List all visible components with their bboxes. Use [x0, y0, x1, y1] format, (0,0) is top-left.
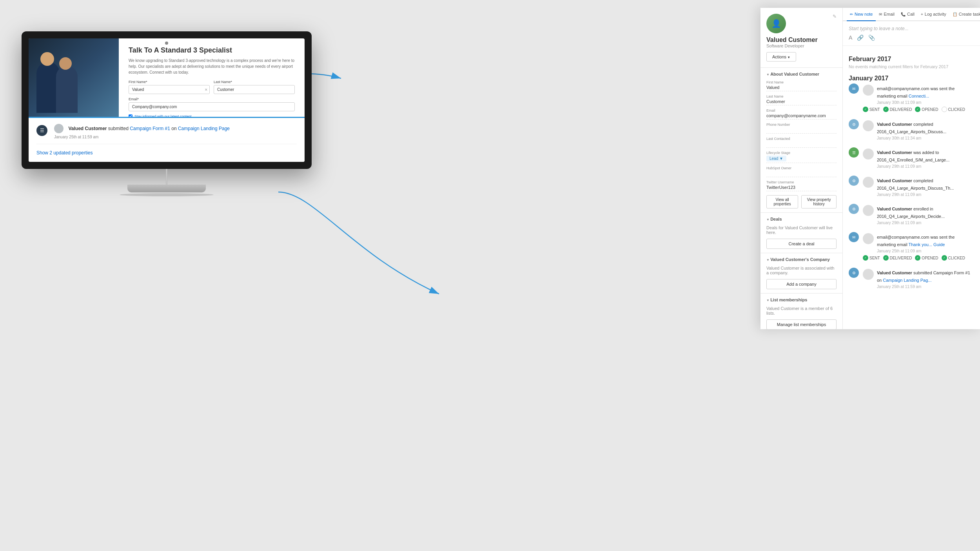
list-memberships-section: List memberships Valued Customer is a me…	[760, 294, 842, 329]
edit-contact-icon[interactable]: ✎	[833, 14, 837, 19]
person-1-head	[40, 52, 54, 66]
activity-icon: ☰	[36, 125, 47, 136]
view-all-properties-button[interactable]: View all properties	[766, 195, 798, 208]
activity-section: ☰ Valued Customer submitted Campaign For…	[29, 117, 305, 162]
field-last-name-value: Customer	[766, 99, 837, 105]
feed-timeline-5: ⚙	[849, 204, 859, 225]
feed-item-text-wrapper-5: Valued Customer enrolled in 2016_Q4_Larg…	[877, 205, 974, 225]
about-section-buttons: View all properties View property histor…	[766, 195, 837, 208]
link-icon[interactable]: 🔗	[857, 34, 864, 41]
tab-email-label: Email	[884, 12, 895, 16]
feed-item-row-2: Valued Customer completed 2016_Q4_Large_…	[863, 120, 974, 140]
tab-create-task-label: Create task	[959, 12, 980, 16]
feed-item-row-4: Valued Customer completed 2016_Q4_Large_…	[863, 177, 974, 197]
crm-tabs: ✏ New note ✉ Email 📞 Call + Log activity…	[843, 8, 980, 21]
monitor-screen: Talk To A Standard 3 Specialist We know …	[22, 31, 312, 169]
month-february-2017: February 2017	[849, 56, 974, 63]
text-format-icon[interactable]: A	[849, 34, 852, 41]
badge-label-opened-6: OPENED	[922, 256, 938, 260]
field-phone: Phone Number	[766, 123, 837, 134]
field-last-name-label: Last Name	[766, 94, 837, 98]
tab-new-note[interactable]: ✏ New note	[847, 8, 876, 21]
feed-timeline-1: ✉	[849, 83, 859, 112]
about-section-title[interactable]: About Valued Customer	[766, 72, 837, 76]
feed-time-5: January 29th at 11:09 am	[877, 221, 974, 225]
feed-item-text-wrapper-7: Valued Customer submitted Campaign Form …	[877, 269, 974, 289]
feed-item-email-2: ✉ email@companyname.com was sent the mar…	[849, 232, 974, 261]
tab-log-activity[interactable]: + Log activity	[918, 8, 949, 21]
badge-label-clicked-1: CLICKED	[948, 107, 965, 112]
feed-link-7[interactable]: Campaign Landing Pag...	[883, 278, 931, 283]
landing-page: Talk To A Standard 3 Specialist We know …	[29, 38, 305, 162]
show-more-link[interactable]: Show 2 updated properties	[36, 150, 93, 156]
badge-label-clicked-6: CLICKED	[948, 256, 965, 260]
activity-page-link[interactable]: Campaign Landing Page	[178, 126, 230, 131]
note-placeholder[interactable]: Start typing to leave a note...	[849, 26, 974, 31]
company-section: Valued Customer's Company Valued Custome…	[760, 253, 842, 294]
badge-dot-opened-6: ✓	[915, 255, 920, 261]
landing-hero: Talk To A Standard 3 Specialist We know …	[29, 38, 305, 117]
create-task-icon: 📋	[953, 12, 957, 16]
deals-section: Deals Deals for Valued Customer will liv…	[760, 213, 842, 253]
contact-avatar-image: 👤	[766, 14, 786, 33]
feed-dot-email-1: ✉	[849, 83, 859, 94]
landing-page-title: Talk To A Standard 3 Specialist	[129, 46, 295, 54]
feed-item-row-6: email@companyname.com was sent the marke…	[863, 233, 974, 253]
deals-section-title[interactable]: Deals	[766, 217, 837, 221]
tab-call[interactable]: 📞 Call	[898, 8, 918, 21]
feed-item-workflow-1: ☰ Valued Customer was added to 2016_Q4_E…	[849, 147, 974, 169]
attachment-icon[interactable]: 📎	[868, 34, 875, 41]
feed-avatar-1	[863, 85, 874, 96]
tab-call-label: Call	[907, 12, 915, 16]
landing-hero-image	[29, 38, 119, 117]
first-name-input-wrapper: ✕	[129, 85, 210, 94]
activity-form-link[interactable]: Campaign Form #1	[130, 126, 170, 131]
company-section-title[interactable]: Valued Customer's Company	[766, 257, 837, 262]
field-phone-value	[766, 127, 837, 134]
crm-left-sidebar: 👤 ✎ Valued Customer Software Developer A…	[760, 8, 843, 329]
view-property-history-button[interactable]: View property history	[801, 195, 837, 208]
create-deal-button[interactable]: Create a deal	[766, 239, 837, 249]
field-twitter-label: Twitter Username	[766, 180, 837, 184]
feed-item-content-7: Valued Customer submitted Campaign Form …	[863, 268, 974, 289]
field-hubspot-owner: HubSpot Owner	[766, 166, 837, 177]
feed-badges-1: ✓ SENT ✓ DELIVERED ✓ OPENED	[863, 107, 974, 112]
feed-link-6[interactable]: Thank you... Guide	[909, 242, 945, 247]
field-email-label: Email	[766, 109, 837, 112]
feed-item-content-1: email@companyname.com was sent the marke…	[863, 83, 974, 112]
feed-link-1[interactable]: Connecti...	[909, 94, 929, 98]
feed-time-1: January 30th at 11:09 am	[877, 100, 974, 105]
activity-time: January 25th at 11:59 am	[54, 135, 297, 139]
stand-base	[127, 185, 206, 192]
manage-list-button[interactable]: Manage list memberships	[766, 319, 837, 329]
add-company-button[interactable]: Add a company	[766, 279, 837, 289]
feed-item-enrolled-1: ⚙ Valued Customer enrolled in 2016_Q4_La…	[849, 204, 974, 225]
feed-timeline-4: ⚙	[849, 176, 859, 197]
feed-timeline-6: ✉	[849, 232, 859, 261]
field-first-name: First Name Valued	[766, 80, 837, 91]
feed-avatar-3	[863, 149, 874, 160]
last-name-input[interactable]	[214, 85, 295, 94]
field-email-value: company@companyname.com	[766, 113, 837, 120]
lifecycle-badge: Lead ▼	[766, 156, 786, 161]
activity-person-name: Valued Customer	[68, 126, 107, 131]
feed-item-text-wrapper-3: Valued Customer was added to 2016_Q4_Enr…	[877, 149, 974, 169]
tab-create-task[interactable]: 📋 Create task	[949, 8, 980, 21]
actions-button[interactable]: Actions	[766, 52, 796, 62]
feed-item-row-5: Valued Customer enrolled in 2016_Q4_Larg…	[863, 205, 974, 225]
activity-content: Valued Customer submitted Campaign Form …	[54, 124, 297, 139]
last-name-label: Last Name*	[214, 80, 295, 84]
first-name-clear-icon[interactable]: ✕	[205, 88, 208, 92]
feed-time-6: January 25th at 11:09 am	[877, 249, 974, 253]
field-first-name-value: Valued	[766, 85, 837, 91]
deals-empty-text: Deals for Valued Customer will live here…	[766, 225, 837, 235]
first-name-input[interactable]	[129, 85, 210, 94]
badge-delivered-1: ✓ DELIVERED	[883, 107, 912, 112]
field-hubspot-owner-value	[766, 171, 837, 177]
feed-dot-completed-2: ⚙	[849, 176, 859, 186]
badge-label-delivered-6: DELIVERED	[890, 256, 912, 260]
list-memberships-title[interactable]: List memberships	[766, 297, 837, 302]
email-input[interactable]	[129, 102, 295, 111]
note-toolbar: A 🔗 📎	[849, 34, 974, 41]
tab-email[interactable]: ✉ Email	[876, 8, 898, 21]
